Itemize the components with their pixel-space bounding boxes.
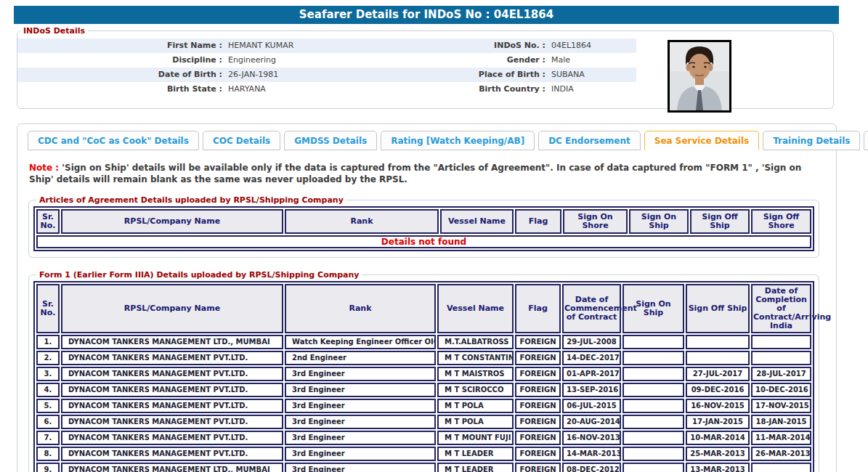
page: Seafarer Details for INDoS No : 04EL1864… [0,0,868,472]
cell-commencement-date: 06-JUL-2015 [562,399,621,413]
cell-sign-off-ship: 13-MAR-2013 [686,463,750,472]
tab[interactable]: Medical Fitness Certificate [864,131,868,150]
column-header: Flag [515,209,561,234]
cell-sign-on-ship [622,431,684,445]
cell-vessel: M T POLA [437,415,514,429]
indos-detail-row: Date of Birth : 26-JAN-1981 Place of Bir… [17,68,636,82]
field-value: 26-JAN-1981 [228,68,468,82]
cell-sign-off-ship: 27-JUL-2017 [686,367,750,381]
cell-sr-no: 6. [36,415,60,429]
tab-label: CDC and "CoC as Cook" Details [38,136,189,146]
sea-service-row: 5. DYNACOM TANKERS MANAGEMENT PVT.LTD. 3… [36,399,811,413]
cell-rank: 3rd Engineer [285,447,436,461]
page-title-bar: Seafarer Details for INDoS No : 04EL1864 [14,6,839,24]
cell-flag: FOREIGN [515,399,561,413]
indos-details-section: INDoS Details First Name : HEMANT KUMAR … [17,26,834,109]
indos-detail-row: First Name : HEMANT KUMAR INDoS No. : 04… [17,38,636,53]
column-header: RPSL/Company Name [61,209,283,234]
column-header: Date of Commencement of Contract [562,284,621,333]
cell-sign-on-ship [622,463,684,472]
cell-sr-no: 1. [36,335,60,349]
page-title: Seafarer Details for INDoS No : 04EL1864 [299,8,553,21]
cell-sign-off-ship: 10-MAR-2014 [686,431,750,445]
tab[interactable]: CDC and "CoC as Cook" Details [28,131,199,150]
cell-vessel: M T MAISTROS [437,367,514,381]
cell-vessel: M T LEADER [437,463,514,472]
cell-sign-off-ship: 17-JAN-2015 [686,415,750,429]
articles-of-agreement-section: Articles of Agreement Details uploaded b… [28,195,819,258]
cell-vessel: M T LEADER [437,447,514,461]
cell-flag: FOREIGN [515,351,561,365]
note: Note : 'Sign on Ship' details will be av… [29,162,824,185]
portrait-image [670,42,729,110]
articles-table: Sr. No.RPSL/Company NameRankVessel NameF… [33,206,814,251]
cell-sign-on-ship [622,351,684,365]
cell-completion-date: 26-MAR-2013 [751,447,811,461]
column-header: Vessel Name [437,284,514,333]
field-label: Gender : [468,53,551,68]
tab[interactable]: COC Details [203,131,280,150]
articles-header-row: Sr. No.RPSL/Company NameRankVessel NameF… [36,209,811,234]
cell-vessel: M.T.ALBATROSS [437,335,514,349]
cell-commencement-date: 13-SEP-2016 [562,383,621,397]
tab[interactable]: DC Endorsement [538,131,641,150]
cell-rank: 3rd Engineer [285,415,436,429]
column-header: Sr. No. [36,209,60,234]
cell-sign-on-ship [622,383,684,397]
form1-section: Form 1 (Earlier Form IIIA) Details uploa… [28,270,819,472]
indos-detail-row: Birth State : HARYANA Birth Country : IN… [17,82,636,97]
field-label: First Name : [17,38,228,53]
cell-commencement-date: 14-DEC-2017 [562,351,621,365]
cell-sign-on-ship [622,399,684,413]
cell-rank: Watch Keeping Engineer Officer OICEW [285,335,436,349]
cell-rank: 3rd Engineer [285,399,436,413]
field-label: Birth Country : [468,82,551,97]
field-value: Male [551,53,636,68]
articles-empty-row: Details not found [36,235,811,248]
cell-vessel: M T POLA [437,399,514,413]
cell-flag: FOREIGN [515,463,561,472]
tab[interactable]: Sea Service Details [644,131,759,150]
sea-service-row: 8. DYNACOM TANKERS MANAGEMENT PVT.LTD. 3… [36,447,811,461]
tab[interactable]: Rating [Watch Keeping/AB] [381,131,535,150]
cell-company: DYNACOM TANKERS MANAGEMENT PVT.LTD. [61,367,283,381]
cell-flag: FOREIGN [515,383,561,397]
form1-header-row: Sr. No.RPSL/Company NameRankVessel NameF… [36,284,811,333]
cell-rank: 3rd Engineer [285,463,436,472]
cell-vessel: M T SCIROCCO [437,383,514,397]
cell-company: DYNACOM TANKERS MANAGEMENT LTD., MUMBAI [61,463,283,472]
sea-service-row: 3. DYNACOM TANKERS MANAGEMENT PVT.LTD. 3… [36,367,811,381]
cell-sign-off-ship [686,351,750,365]
column-header: Vessel Name [440,209,514,234]
cell-sr-no: 7. [36,431,60,445]
cell-completion-date [751,463,811,472]
cell-sr-no: 3. [36,367,60,381]
cell-sign-on-ship [622,367,684,381]
cell-commencement-date: 01-APR-2017 [562,367,621,381]
cell-rank: 3rd Engineer [285,431,436,445]
cell-rank: 3rd Engineer [285,383,436,397]
tab-label: Rating [Watch Keeping/AB] [391,136,524,146]
cell-sr-no: 8. [36,447,60,461]
cell-completion-date [751,335,811,349]
cell-sr-no: 5. [36,399,60,413]
cell-completion-date: 28-JUL-2017 [751,367,811,381]
column-header: Rank [285,209,439,234]
field-label: INDoS No. : [468,38,551,53]
tab[interactable]: GMDSS Details [284,131,377,150]
cell-flag: FOREIGN [515,415,561,429]
cell-completion-date: 11-MAR-2014 [751,431,811,445]
tab[interactable]: Training Details [763,131,860,150]
field-label: Birth State : [17,82,228,97]
field-value: HEMANT KUMAR [228,38,468,53]
tab-bar: CDC and "CoC as Cook" Details COC Detail… [28,131,836,150]
sea-service-row: 2. DYNACOM TANKERS MANAGEMENT PVT.LTD. 2… [36,351,811,365]
cell-sign-off-ship: 09-DEC-2016 [686,383,750,397]
cell-commencement-date: 14-MAR-2013 [562,447,621,461]
empty-message: Details not found [36,235,811,248]
cell-company: DYNACOM TANKERS MANAGEMENT PVT.LTD. [61,399,283,413]
cell-sign-off-ship: 25-MAR-2013 [686,447,750,461]
sea-service-row: 7. DYNACOM TANKERS MANAGEMENT PVT.LTD. 3… [36,431,811,445]
cell-completion-date: 10-DEC-2016 [751,383,811,397]
field-label: Place of Birth : [468,68,551,82]
